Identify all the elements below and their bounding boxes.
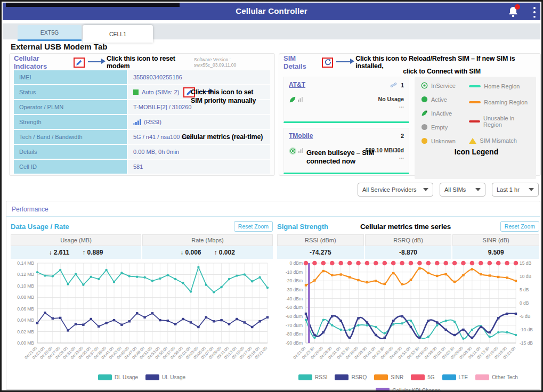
sim-connected-bullseye-icon: [289, 147, 297, 155]
svg-text:-80 dBm: -80 dBm: [286, 331, 303, 337]
svg-text:0.14 MB: 0.14 MB: [17, 260, 34, 266]
legend-dl-usage[interactable]: DL Usage: [98, 374, 138, 380]
sim-card-menu[interactable]: ...: [378, 102, 404, 109]
reset-zoom-button[interactable]: Reset Zoom: [500, 221, 539, 232]
svg-text:0.04 MB: 0.04 MB: [17, 317, 34, 323]
rsrq-value: -8.870: [365, 246, 452, 259]
notifications-bell-icon[interactable]: [507, 5, 519, 18]
svg-text:0.08 MB: 0.08 MB: [17, 295, 34, 300]
table-row: Cell ID 581: [14, 160, 270, 174]
legend-home-region: Home Region: [469, 83, 532, 89]
svg-text:-10 dBm: -10 dBm: [286, 270, 303, 275]
sim-card-list: AT&T 1: [283, 77, 409, 179]
svg-text:-40 dBm: -40 dBm: [286, 296, 303, 301]
cellular-indicators-panel: Cellular Indicators Click this icon to r…: [9, 53, 275, 176]
data-usage-chart[interactable]: 0.14 MB0.12 MB0.10 MB0.08 MB0.06 MB0.04 …: [11, 259, 273, 372]
chevron-down-icon: [423, 188, 428, 191]
tab-ext5g[interactable]: EXT5G: [18, 25, 82, 41]
svg-text:-70 dBm: -70 dBm: [286, 323, 303, 328]
sim-slot-number: 1: [401, 82, 404, 88]
sim-refresh-icon[interactable]: [322, 58, 333, 68]
svg-text:0.00 MB: 0.00 MB: [17, 340, 34, 346]
usage-header: Usage (MB): [11, 234, 141, 246]
legend-inservice: InService: [421, 82, 469, 89]
performance-panel: Performance Data Usage / Rate Reset Zoom…: [6, 201, 540, 390]
svg-text:0 dBm: 0 dBm: [289, 260, 303, 266]
legend-rssi[interactable]: RSSI: [298, 374, 327, 380]
legend-inactive: InActive: [421, 110, 469, 117]
sinr-value: 9.509: [452, 246, 539, 259]
reset-zoom-button[interactable]: Reset Zoom: [234, 221, 273, 232]
warning-triangle-icon: [469, 138, 476, 144]
section-heading: External USB Modem Tab: [11, 42, 107, 51]
sims-select[interactable]: All SIMs: [440, 183, 485, 197]
legend-sim-mismatch: SIM Mismatch: [469, 137, 532, 144]
legend-lte[interactable]: LTE: [442, 374, 468, 380]
notification-badge: [515, 4, 520, 10]
performance-title: Performance: [12, 206, 48, 213]
rssi-header: RSSI (dBm): [277, 234, 364, 246]
kebab-menu-icon[interactable]: [533, 7, 536, 18]
svg-text:-20 dBm: -20 dBm: [286, 278, 303, 283]
sinr-header: SINR (dB): [452, 234, 539, 246]
app-header: Cellular Controller: [3, 3, 540, 20]
inactive-leaf-icon: [421, 110, 428, 117]
sim-provider-link[interactable]: TMobile: [289, 132, 313, 140]
legend-kpi-change[interactable]: Cellular KPI Change: [277, 388, 539, 392]
legend-sinr[interactable]: SINR: [374, 374, 403, 380]
rsrq-header: RSRQ (dB): [365, 234, 452, 246]
inservice-icon: [421, 82, 428, 89]
usage-values: ↓ 2.611↑ 0.889: [11, 246, 141, 259]
svg-text:0.12 MB: 0.12 MB: [17, 272, 34, 277]
svg-text:-50 dBm: -50 dBm: [286, 305, 303, 310]
rate-values: ↓ 0.006↑ 0.002: [142, 246, 273, 259]
table-row: Details 0.00 MB, 0h 0min: [14, 145, 270, 159]
signal-strength-chart[interactable]: 0 dBm-10 dBm-20 dBm-30 dBm-40 dBm-50 dBm…: [277, 259, 539, 372]
legend-rsrq[interactable]: RSRQ: [335, 374, 367, 380]
svg-text:-30 dBm: -30 dBm: [286, 287, 303, 292]
roaming-region-dash-icon: [469, 101, 481, 103]
reset-modem-annotation: Click this icon to reset modem: [107, 55, 194, 70]
table-row: IMEI 355890340255186: [14, 70, 270, 84]
signal-bars-icon: [133, 119, 141, 125]
usage-stats-table: Usage (MB) ↓ 2.611↑ 0.889 Rate (Mbps) ↓ …: [11, 234, 273, 259]
signal-chart-legend: RSSI RSRQ SINR 5G LTE Other Tech Cellula…: [277, 374, 539, 392]
svg-text:0.06 MB: 0.06 MB: [17, 306, 34, 312]
icon-legend-title: Icon Legend: [421, 148, 532, 156]
sim-details-panel: SIM Details Click this icon to Reload/Re…: [279, 53, 541, 176]
legend-5g[interactable]: 5G: [411, 374, 434, 380]
sim-details-title: SIM Details: [283, 54, 319, 70]
svg-text:10 dB: 10 dB: [520, 274, 532, 279]
icon-legend-box: InService Active InActive Empty: [415, 77, 536, 179]
home-region-dash-icon: [469, 85, 481, 87]
empty-icon: [421, 124, 428, 130]
sim-slot-number: 2: [401, 133, 404, 139]
status-green-icon: [133, 89, 139, 95]
legend-other-tech[interactable]: Other Tech: [475, 374, 518, 380]
tab-cell1[interactable]: CELL1: [83, 25, 153, 43]
svg-text:-90 dBm: -90 dBm: [286, 340, 303, 346]
sim-usage-value: No Usage: [378, 96, 404, 102]
svg-text:-5 dB: -5 dB: [520, 314, 531, 319]
svg-text:-10 dB: -10 dB: [520, 327, 533, 332]
time-range-select[interactable]: Last 1 hr: [492, 183, 539, 197]
service-provider-select[interactable]: All Service Providers: [358, 183, 433, 197]
bullseye-annotation: Green bullseye – SIM connected now: [306, 149, 374, 166]
legend-unusable-region: Unusable in Region: [469, 115, 532, 128]
signal-strength-block: Signal Strength Cellular metrics time se…: [277, 219, 539, 392]
link-icon: [390, 81, 397, 88]
reset-modem-pencil-icon[interactable]: [74, 58, 85, 68]
legend-active: Active: [421, 96, 469, 103]
sim-card-tmobile: TMobile 2: [283, 128, 409, 174]
legend-unknown: Unknown: [421, 137, 469, 144]
svg-text:0 dB: 0 dB: [520, 300, 529, 306]
signal-annotation: Cellular metrics time series: [360, 223, 451, 231]
signal-mini-icon: [298, 147, 304, 153]
svg-text:0.10 MB: 0.10 MB: [17, 283, 34, 289]
sim-provider-link[interactable]: AT&T: [289, 81, 305, 88]
unusable-region-dash-icon: [469, 120, 480, 123]
chevron-down-icon: [529, 188, 534, 191]
signal-strength-title: Signal Strength: [277, 223, 328, 231]
legend-ul-usage[interactable]: UL Usage: [145, 374, 185, 380]
rate-header: Rate (Mbps): [142, 234, 273, 246]
